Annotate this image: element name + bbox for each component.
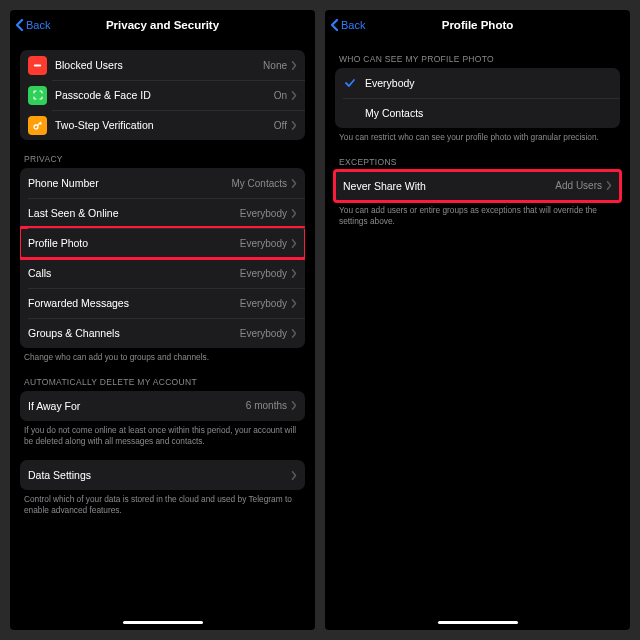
row-value: Everybody bbox=[240, 328, 287, 339]
auto-delete-footer: If you do not come online at least once … bbox=[24, 425, 301, 447]
home-indicator bbox=[10, 614, 315, 630]
faceid-icon bbox=[28, 86, 47, 105]
chevron-right-icon bbox=[291, 121, 297, 130]
chevron-left-icon bbox=[16, 19, 24, 31]
row-value: Everybody bbox=[240, 268, 287, 279]
page-title: Privacy and Security bbox=[106, 19, 219, 31]
chevron-right-icon bbox=[291, 209, 297, 218]
left-screen: Back Privacy and Security Blocked Users … bbox=[10, 10, 315, 630]
top-group: Blocked Users None Passcode & Face ID On… bbox=[20, 50, 305, 140]
last-seen-row[interactable]: Last Seen & Online Everybody bbox=[20, 198, 305, 228]
who-header: WHO CAN SEE MY PROFILE PHOTO bbox=[339, 54, 616, 64]
row-value: None bbox=[263, 60, 287, 71]
data-settings-footer: Control which of your data is stored in … bbox=[24, 494, 301, 516]
row-label: Blocked Users bbox=[55, 59, 263, 71]
row-label: Data Settings bbox=[28, 469, 291, 481]
home-indicator bbox=[325, 614, 630, 630]
row-value: 6 months bbox=[246, 400, 287, 411]
row-label: Passcode & Face ID bbox=[55, 89, 274, 101]
option-everybody[interactable]: Everybody bbox=[335, 68, 620, 98]
chevron-right-icon bbox=[291, 471, 297, 480]
row-value: Off bbox=[274, 120, 287, 131]
row-value: On bbox=[274, 90, 287, 101]
blocked-users-row[interactable]: Blocked Users None bbox=[20, 50, 305, 80]
row-label: Two-Step Verification bbox=[55, 119, 274, 131]
privacy-group: Phone Number My Contacts Last Seen & Onl… bbox=[20, 168, 305, 348]
back-button[interactable]: Back bbox=[16, 19, 50, 31]
who-footer: You can restrict who can see your profil… bbox=[339, 132, 616, 143]
forwarded-row[interactable]: Forwarded Messages Everybody bbox=[20, 288, 305, 318]
data-settings-group: Data Settings bbox=[20, 460, 305, 490]
row-label: My Contacts bbox=[365, 107, 612, 119]
row-label: Phone Number bbox=[28, 177, 231, 189]
chevron-left-icon bbox=[331, 19, 339, 31]
calls-row[interactable]: Calls Everybody bbox=[20, 258, 305, 288]
passcode-row[interactable]: Passcode & Face ID On bbox=[20, 80, 305, 110]
row-value: Everybody bbox=[240, 238, 287, 249]
row-value: Everybody bbox=[240, 208, 287, 219]
row-label: Profile Photo bbox=[28, 237, 240, 249]
never-share-row[interactable]: Never Share With Add Users bbox=[335, 171, 620, 201]
nav-bar: Back Privacy and Security bbox=[10, 10, 315, 40]
auto-delete-group: If Away For 6 months bbox=[20, 391, 305, 421]
svg-rect-0 bbox=[34, 64, 41, 66]
key-icon bbox=[28, 116, 47, 135]
back-label: Back bbox=[26, 19, 50, 31]
row-label: If Away For bbox=[28, 400, 246, 412]
content: Blocked Users None Passcode & Face ID On… bbox=[10, 40, 315, 614]
exceptions-footer: You can add users or entire groups as ex… bbox=[339, 205, 616, 227]
two-step-row[interactable]: Two-Step Verification Off bbox=[20, 110, 305, 140]
exceptions-header: EXCEPTIONS bbox=[339, 157, 616, 167]
who-group: Everybody My Contacts bbox=[335, 68, 620, 128]
groups-row[interactable]: Groups & Channels Everybody bbox=[20, 318, 305, 348]
back-button[interactable]: Back bbox=[331, 19, 365, 31]
nav-bar: Back Profile Photo bbox=[325, 10, 630, 40]
chevron-right-icon bbox=[291, 179, 297, 188]
chevron-right-icon bbox=[291, 329, 297, 338]
row-label: Calls bbox=[28, 267, 240, 279]
profile-photo-row[interactable]: Profile Photo Everybody bbox=[20, 228, 305, 258]
data-settings-row[interactable]: Data Settings bbox=[20, 460, 305, 490]
row-value: My Contacts bbox=[231, 178, 287, 189]
blocked-icon bbox=[28, 56, 47, 75]
row-label: Forwarded Messages bbox=[28, 297, 240, 309]
auto-delete-header: AUTOMATICALLY DELETE MY ACCOUNT bbox=[24, 377, 301, 387]
phone-number-row[interactable]: Phone Number My Contacts bbox=[20, 168, 305, 198]
row-label: Last Seen & Online bbox=[28, 207, 240, 219]
privacy-footer: Change who can add you to groups and cha… bbox=[24, 352, 301, 363]
right-screen: Back Profile Photo WHO CAN SEE MY PROFIL… bbox=[325, 10, 630, 630]
check-icon bbox=[343, 77, 357, 89]
row-value: Everybody bbox=[240, 298, 287, 309]
privacy-header: PRIVACY bbox=[24, 154, 301, 164]
exceptions-group: Never Share With Add Users bbox=[335, 171, 620, 201]
option-my-contacts[interactable]: My Contacts bbox=[335, 98, 620, 128]
chevron-right-icon bbox=[291, 269, 297, 278]
chevron-right-icon bbox=[291, 401, 297, 410]
back-label: Back bbox=[341, 19, 365, 31]
row-label: Groups & Channels bbox=[28, 327, 240, 339]
chevron-right-icon bbox=[291, 91, 297, 100]
chevron-right-icon bbox=[291, 61, 297, 70]
chevron-right-icon bbox=[291, 239, 297, 248]
svg-point-1 bbox=[34, 125, 38, 129]
if-away-row[interactable]: If Away For 6 months bbox=[20, 391, 305, 421]
row-value: Add Users bbox=[555, 180, 602, 191]
content: WHO CAN SEE MY PROFILE PHOTO Everybody M… bbox=[325, 40, 630, 614]
row-label: Everybody bbox=[365, 77, 612, 89]
row-label: Never Share With bbox=[343, 180, 555, 192]
chevron-right-icon bbox=[606, 181, 612, 190]
page-title: Profile Photo bbox=[442, 19, 514, 31]
chevron-right-icon bbox=[291, 299, 297, 308]
